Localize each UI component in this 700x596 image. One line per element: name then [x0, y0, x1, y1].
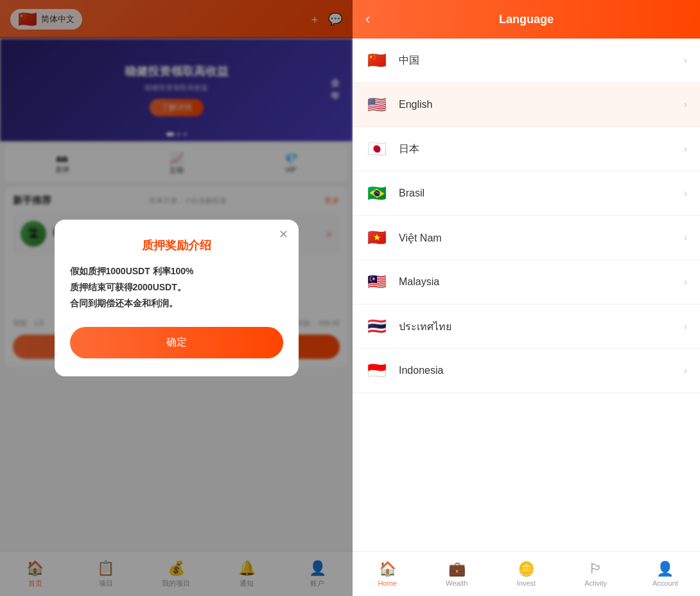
language-page-title: Language [499, 13, 554, 26]
lang-item-chinese[interactable]: 🇨🇳 中国 › [353, 39, 700, 83]
lang-name-japanese: 日本 [399, 143, 684, 156]
japanese-flag-icon: 🇯🇵 [365, 137, 389, 161]
lang-item-brasil[interactable]: 🇧🇷 Brasil › [353, 171, 700, 216]
r-nav-invest[interactable]: 🪙 Invest [491, 561, 561, 587]
lang-name-malaysia: Malaysia [399, 276, 684, 288]
brasil-flag-icon: 🇧🇷 [365, 182, 389, 205]
modal-line1: 假如质押1000USDT 利率100% [70, 266, 194, 276]
vietnam-flag-icon: 🇻🇳 [365, 226, 389, 249]
r-home-label: Home [378, 579, 396, 587]
modal-line3: 合同到期偿还本金和利润。 [70, 298, 178, 308]
lang-item-malaysia[interactable]: 🇲🇾 Malaysia › [353, 260, 700, 304]
modal-title: 质押奖励介绍 [70, 238, 283, 253]
english-flag-icon: 🇺🇸 [365, 93, 389, 116]
malaysia-chevron-icon: › [684, 276, 687, 288]
r-activity-label: Activity [584, 579, 607, 587]
r-account-label: Account [652, 579, 678, 587]
english-chevron-icon: › [684, 99, 687, 110]
left-panel: 🇨🇳 简体中文 ＋ 💬 稳健投资领取高收益 稳健投资领取高收益 了解详情 全年 [0, 0, 353, 596]
back-button[interactable]: ‹ [365, 11, 370, 28]
r-activity-icon: 🏳 [589, 561, 603, 577]
japanese-chevron-icon: › [684, 143, 687, 155]
r-account-icon: 👤 [656, 561, 674, 577]
right-bottom-nav: 🏠 Home 💼 Wealth 🪙 Invest 🏳 Activity 👤 Ac… [353, 551, 700, 596]
indonesia-chevron-icon: › [684, 365, 687, 376]
thai-flag-icon: 🇹🇭 [365, 315, 389, 338]
lang-name-indonesia: Indonesia [399, 365, 684, 376]
r-home-icon: 🏠 [379, 561, 396, 577]
modal-close-button[interactable]: ✕ [279, 229, 288, 240]
lang-name-thai: ประเทศไทย [399, 319, 684, 335]
lang-name-chinese: 中国 [399, 54, 684, 67]
modal-line2: 质押结束可获得2000USDT。 [70, 282, 186, 292]
indonesia-flag-icon: 🇮🇩 [365, 359, 389, 382]
lang-item-vietnam[interactable]: 🇻🇳 Việt Nam › [353, 216, 700, 260]
lang-item-thai[interactable]: 🇹🇭 ประเทศไทย › [353, 304, 700, 349]
r-invest-icon: 🪙 [518, 561, 535, 577]
thai-chevron-icon: › [684, 320, 687, 332]
brasil-chevron-icon: › [684, 188, 687, 199]
language-header: ‹ Language [353, 0, 700, 39]
chinese-chevron-icon: › [684, 55, 687, 66]
lang-item-indonesia[interactable]: 🇮🇩 Indonesia › [353, 349, 700, 393]
language-list: 🇨🇳 中国 › 🇺🇸 English › 🇯🇵 日本 › 🇧🇷 Brasil [353, 39, 700, 551]
modal-dialog: ✕ 质押奖励介绍 假如质押1000USDT 利率100% 质押结束可获得2000… [55, 220, 299, 377]
modal-confirm-button[interactable]: 确定 [70, 327, 283, 358]
malaysia-flag-icon: 🇲🇾 [365, 270, 389, 294]
lang-name-vietnam: Việt Nam [399, 232, 684, 244]
r-nav-activity[interactable]: 🏳 Activity [561, 561, 631, 587]
lang-item-english[interactable]: 🇺🇸 English › [353, 83, 700, 127]
vietnam-chevron-icon: › [684, 232, 687, 243]
right-panel: ‹ Language 🇨🇳 中国 › 🇺🇸 English › 🇯🇵 日本 › [353, 0, 700, 596]
modal-body: 假如质押1000USDT 利率100% 质押结束可获得2000USDT。 合同到… [70, 263, 283, 312]
lang-name-english: English [399, 99, 684, 110]
r-nav-account[interactable]: 👤 Account [631, 561, 700, 587]
r-nav-home[interactable]: 🏠 Home [353, 561, 422, 587]
lang-item-japanese[interactable]: 🇯🇵 日本 › [353, 127, 700, 171]
modal-overlay: ✕ 质押奖励介绍 假如质押1000USDT 利率100% 质押结束可获得2000… [0, 0, 353, 596]
r-wealth-icon: 💼 [448, 561, 466, 577]
r-nav-wealth[interactable]: 💼 Wealth [422, 561, 491, 587]
chinese-flag-icon: 🇨🇳 [365, 49, 389, 72]
r-wealth-label: Wealth [446, 579, 468, 587]
lang-name-brasil: Brasil [399, 188, 684, 199]
r-invest-label: Invest [517, 579, 536, 587]
